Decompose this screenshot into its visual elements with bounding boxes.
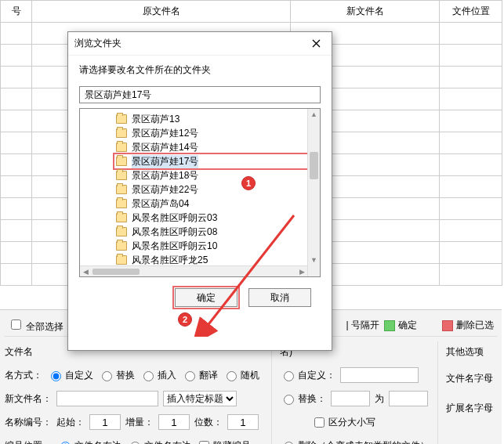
- digits-input[interactable]: [227, 414, 259, 430]
- other-options-label: 其他选项: [446, 345, 484, 359]
- tree-item[interactable]: 景区葫芦娃14号: [114, 140, 307, 154]
- folder-icon: [116, 241, 127, 251]
- r-replace-to-input[interactable]: [389, 391, 428, 406]
- tree-item-label: 风景名胜区呼朗云10: [132, 240, 217, 253]
- tree-item[interactable]: 景区葫芦娃18号: [114, 168, 307, 182]
- close-icon: [312, 39, 321, 48]
- horizontal-scrollbar[interactable]: ◀ ▶: [80, 265, 307, 276]
- tree-item[interactable]: 景区葫芦岛04: [114, 197, 307, 211]
- selected-path-input[interactable]: [79, 86, 321, 103]
- col-location[interactable]: 文件位置: [440, 1, 502, 23]
- close-button[interactable]: [306, 36, 325, 52]
- scroll-down-icon[interactable]: ▼: [308, 254, 320, 265]
- tree-item[interactable]: 风景名胜区呼朗云10: [114, 239, 307, 253]
- sep-label: | 号隔开: [346, 319, 379, 332]
- tree-item[interactable]: 景区葫芦娃17号: [114, 154, 307, 168]
- filename-section-label: 文件名: [5, 345, 33, 359]
- tree-item-label: 景区葫芦娃18号: [132, 169, 198, 182]
- digits-label: 位数：: [194, 416, 223, 429]
- folder-icon: [116, 157, 127, 166]
- col-num[interactable]: 号: [1, 1, 32, 23]
- col-original[interactable]: 原文件名: [32, 1, 291, 23]
- confirm-inline-button[interactable]: 确定: [384, 319, 417, 332]
- folder-icon: [116, 255, 127, 265]
- name-num-label: 名称编号：: [5, 416, 52, 429]
- folder-icon: [116, 171, 127, 180]
- delete-selected-button[interactable]: 删除已选: [442, 319, 494, 332]
- folder-icon: [116, 199, 127, 208]
- tree-item-label: 风景名胜区呼朗云08: [132, 226, 217, 239]
- r-case-checkbox[interactable]: 区分大小写: [311, 415, 375, 430]
- tree-item-label: 景区葫芦娃12号: [132, 127, 198, 140]
- mode-insert-radio[interactable]: 插入: [140, 369, 176, 382]
- naming-mode-label: 名方式：: [5, 369, 42, 382]
- col-newname[interactable]: 新文件名: [291, 1, 440, 23]
- scroll-left-icon[interactable]: ◀: [80, 268, 91, 276]
- delete-icon: [442, 320, 453, 331]
- cancel-button[interactable]: 取消: [248, 288, 311, 307]
- r-to-label: 为: [375, 392, 384, 406]
- tree-item-label: 景区葫芦岛04: [132, 197, 189, 211]
- mode-custom-radio[interactable]: 自定义: [47, 369, 93, 382]
- ext-suffix-label: 扩展名字母: [446, 402, 493, 415]
- pos-right-radio[interactable]: 文件名右边: [126, 439, 191, 445]
- r-replace-from-input[interactable]: [331, 391, 370, 406]
- dialog-prompt: 请选择要改名文件所在的文件夹: [79, 63, 321, 77]
- folder-icon: [116, 213, 127, 222]
- tree-item[interactable]: 景区葫芦娃12号: [114, 126, 307, 140]
- folder-icon: [116, 227, 127, 236]
- scroll-up-icon[interactable]: ▲: [308, 109, 320, 120]
- ok-button[interactable]: 确定: [175, 288, 237, 307]
- pos-label: 编号位置：: [5, 439, 52, 445]
- hscroll-thumb[interactable]: [92, 269, 140, 275]
- dialog-title: 浏览文件夹: [74, 37, 121, 50]
- tree-item[interactable]: 风景名胜区呼朗云03: [114, 211, 307, 225]
- scroll-right-icon[interactable]: ▶: [296, 268, 307, 276]
- folder-icon: [116, 114, 127, 124]
- tree-item-label: 景区葫芦娃17号: [132, 155, 198, 168]
- folder-tree[interactable]: 景区葫芦13景区葫芦娃12号景区葫芦娃14号景区葫芦娃17号景区葫芦娃18号景区…: [79, 108, 321, 277]
- tree-item[interactable]: 风景名胜区呼朗云08: [114, 225, 307, 239]
- mode-translate-radio[interactable]: 翻译: [181, 369, 218, 382]
- r-custom-input[interactable]: [340, 367, 419, 383]
- start-input[interactable]: [89, 414, 121, 430]
- mode-replace-radio[interactable]: 替换: [98, 369, 135, 382]
- annotation-badge-1: 1: [241, 176, 256, 190]
- check-icon: [384, 320, 395, 331]
- annotation-badge-2: 2: [178, 312, 192, 327]
- mode-random-radio[interactable]: 随机: [223, 369, 259, 382]
- filename-suffix-label: 文件名字母: [446, 372, 493, 385]
- vertical-scrollbar[interactable]: ▲ ▼: [307, 109, 320, 276]
- folder-icon: [116, 143, 127, 152]
- pos-hide-checkbox[interactable]: 隐藏编号: [196, 439, 251, 445]
- step-input[interactable]: [158, 414, 190, 430]
- folder-icon: [116, 128, 127, 138]
- insert-title-select[interactable]: 插入特定标题: [163, 391, 237, 406]
- r-custom-radio[interactable]: 自定义：: [280, 369, 335, 382]
- select-all-checkbox[interactable]: 全部选择: [8, 317, 63, 334]
- step-label: 增量：: [125, 416, 154, 429]
- tree-item-label: 景区葫芦娃14号: [132, 141, 198, 154]
- scroll-thumb[interactable]: [310, 152, 318, 179]
- start-label: 起始：: [56, 416, 85, 429]
- tree-item-label: 风景名胜区呼龙25: [132, 254, 208, 267]
- pos-left-radio[interactable]: 文件名左边: [56, 439, 121, 445]
- newname-label: 新文件名：: [5, 392, 52, 406]
- r-replace-radio[interactable]: 替换：: [280, 392, 326, 406]
- tree-item[interactable]: 景区葫芦13: [114, 112, 307, 126]
- r-delete-radio[interactable]: 删除（会变成未知类型的文件）: [280, 439, 430, 445]
- tree-item-label: 景区葫芦13: [132, 113, 179, 126]
- tree-item-label: 风景名胜区呼朗云03: [132, 211, 217, 225]
- folder-icon: [116, 185, 127, 194]
- browse-folder-dialog: 浏览文件夹 请选择要改名文件所在的文件夹 景区葫芦13景区葫芦娃12号景区葫芦娃…: [67, 31, 332, 351]
- newname-input[interactable]: [56, 391, 158, 406]
- tree-item-label: 景区葫芦娃22号: [132, 183, 198, 197]
- tree-item[interactable]: 景区葫芦娃22号: [114, 182, 307, 197]
